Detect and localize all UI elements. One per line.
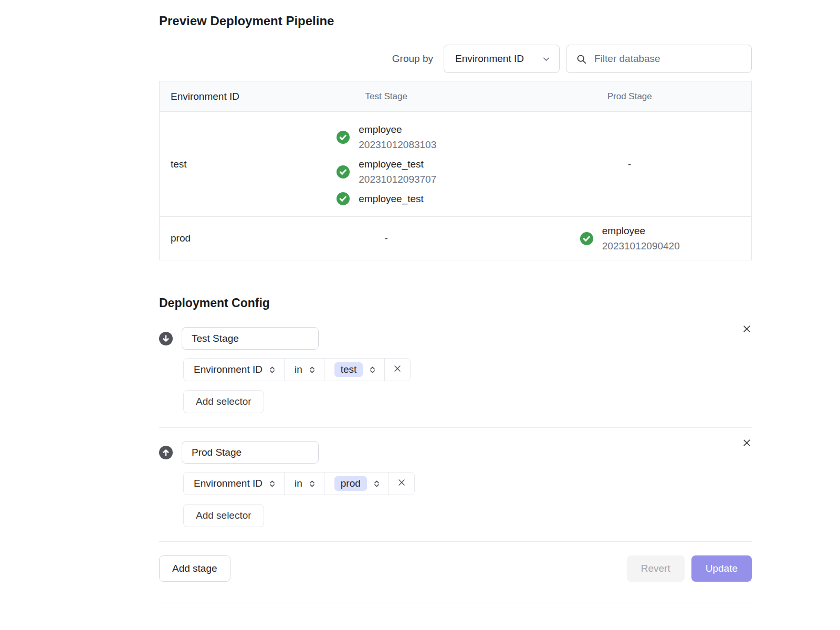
selector-row: Environment ID in test: [183, 358, 752, 381]
environment-id-cell: test: [160, 159, 265, 170]
add-stage-button[interactable]: Add stage: [159, 555, 230, 582]
prod-stage-cell: employee 20231012090420: [508, 223, 752, 254]
database-filter: [566, 45, 752, 73]
revert-button[interactable]: Revert: [627, 555, 685, 582]
database-status-item: employee_test: [336, 191, 436, 206]
actions-bar: Add stage Revert Update: [159, 555, 752, 582]
success-check-icon: [336, 192, 350, 206]
selector-value-dropdown[interactable]: test: [324, 359, 385, 381]
page-title: Preview Deployment Pipeline: [159, 13, 752, 29]
stage-test: Environment ID in test: [159, 327, 752, 428]
selector-operator-dropdown[interactable]: in: [284, 472, 324, 495]
database-name: employee_test: [359, 191, 424, 206]
group-by-value: Environment ID: [455, 53, 524, 65]
group-by-select[interactable]: Environment ID: [444, 45, 560, 73]
database-list: employee 20231012083103 employee_test 20…: [336, 112, 436, 216]
remove-stage-button[interactable]: [742, 438, 752, 449]
chevron-updown-icon: [369, 366, 376, 374]
chevron-down-icon: [542, 55, 551, 64]
chevron-updown-icon: [268, 366, 276, 374]
bottom-divider: [159, 603, 752, 603]
chevron-updown-icon: [308, 480, 316, 488]
success-check-icon: [336, 165, 350, 179]
toolbar: Group by Environment ID: [159, 45, 752, 73]
selector-key-dropdown[interactable]: Environment ID: [184, 472, 284, 495]
test-stage-cell-empty: -: [265, 233, 508, 244]
table-row-test: test employee 20231012083103: [160, 112, 751, 216]
stage-header: [159, 441, 752, 464]
close-icon: [742, 324, 752, 335]
group-by-label: Group by: [392, 53, 433, 65]
selector-key-dropdown[interactable]: Environment ID: [184, 359, 284, 381]
selector-row: Environment ID in prod: [183, 472, 752, 495]
stage-prod: Environment ID in prod: [159, 441, 752, 542]
database-version: 20231012093707: [359, 172, 436, 187]
selector-value-dropdown[interactable]: prod: [324, 472, 388, 495]
chevron-updown-icon: [308, 366, 316, 374]
pipeline-table: Environment ID Test Stage Prod Stage tes…: [159, 81, 752, 260]
x-icon: [397, 478, 406, 490]
stage-name-input[interactable]: [182, 441, 319, 464]
database-name: employee_test: [359, 156, 436, 172]
database-status-item: employee 20231012090420: [580, 223, 680, 254]
selector-condition: Environment ID in test: [183, 358, 411, 381]
column-header-prod-stage: Prod Stage: [508, 91, 752, 102]
chevron-updown-icon: [373, 480, 381, 488]
main-content: Preview Deployment Pipeline Group by Env…: [159, 13, 752, 603]
add-selector-button[interactable]: Add selector: [183, 390, 264, 413]
prod-stage-cell-empty: -: [508, 159, 752, 170]
selector-operator-dropdown[interactable]: in: [284, 359, 324, 381]
selector-key-label: Environment ID: [194, 364, 262, 375]
selector-operator-label: in: [295, 478, 302, 489]
success-check-icon: [336, 130, 350, 144]
selector-condition: Environment ID in prod: [183, 472, 415, 495]
database-status-item: employee 20231012083103: [336, 122, 436, 152]
selector-value-tag: test: [334, 362, 363, 377]
database-version: 20231012090420: [602, 238, 680, 254]
arrow-up-circle-icon: [159, 446, 173, 459]
database-name: employee: [359, 122, 436, 137]
selector-key-label: Environment ID: [194, 478, 262, 489]
search-icon: [576, 54, 587, 65]
filter-database-input[interactable]: [593, 52, 744, 65]
environment-id-cell: prod: [160, 233, 265, 244]
table-header-row: Environment ID Test Stage Prod Stage: [160, 81, 751, 112]
add-selector-button[interactable]: Add selector: [183, 504, 264, 527]
remove-selector-button[interactable]: [384, 359, 410, 381]
arrow-down-circle-icon: [159, 332, 173, 345]
selector-value-tag: prod: [334, 476, 367, 491]
stage-header: [159, 327, 752, 350]
stage-name-input[interactable]: [182, 327, 319, 350]
database-status-item: employee_test 20231012093707: [336, 156, 436, 187]
update-button[interactable]: Update: [691, 555, 752, 582]
test-stage-cell: employee 20231012083103 employee_test 20…: [265, 112, 508, 216]
column-header-environment-id: Environment ID: [160, 91, 265, 102]
database-version: 20231012083103: [359, 137, 436, 152]
deployment-config-title: Deployment Config: [159, 295, 752, 311]
remove-selector-button[interactable]: [388, 472, 414, 495]
x-icon: [393, 364, 402, 376]
table-row-prod: prod - employee 20231012090420: [160, 216, 751, 260]
column-header-test-stage: Test Stage: [265, 91, 508, 102]
chevron-updown-icon: [268, 480, 276, 488]
remove-stage-button[interactable]: [742, 324, 752, 335]
database-name: employee: [602, 223, 680, 238]
close-icon: [742, 438, 752, 449]
success-check-icon: [580, 232, 594, 246]
selector-operator-label: in: [295, 364, 302, 375]
